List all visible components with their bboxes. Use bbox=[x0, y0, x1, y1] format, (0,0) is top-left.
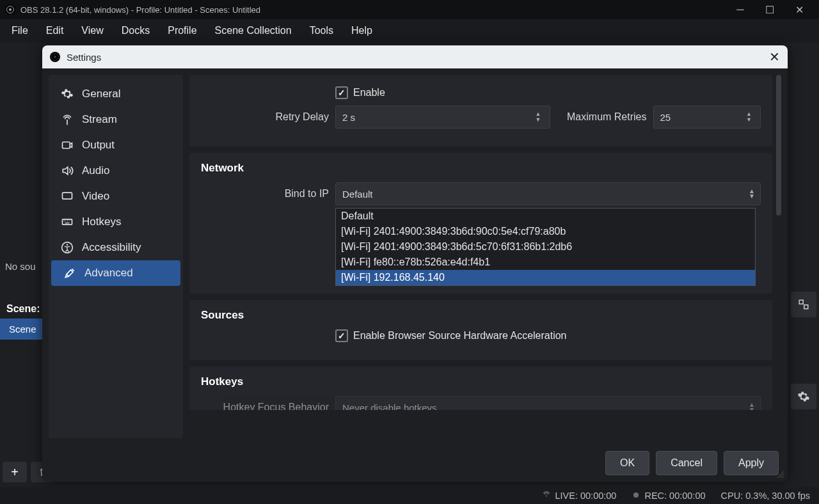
retry-delay-spinbox[interactable]: 2 s ▲▼ bbox=[335, 106, 550, 129]
output-icon bbox=[60, 139, 74, 152]
cancel-button[interactable]: Cancel bbox=[656, 451, 717, 475]
hotkey-focus-label: Hotkey Focus Behavior bbox=[201, 402, 335, 410]
settings-sidebar: General Stream Output Audio Video Hotkey… bbox=[49, 75, 183, 438]
svg-rect-6 bbox=[63, 142, 70, 148]
apply-button[interactable]: Apply bbox=[724, 451, 779, 475]
sidebar-item-general[interactable]: General bbox=[49, 81, 183, 107]
dialog-title: Settings bbox=[67, 52, 101, 63]
svg-point-10 bbox=[67, 244, 68, 246]
scenes-dock-header: Scene: bbox=[0, 301, 46, 317]
sidebar-item-advanced[interactable]: Advanced bbox=[51, 260, 180, 286]
settings-content: Enable Retry Delay 2 s ▲▼ Maximum Retrie… bbox=[189, 75, 781, 438]
spin-arrows-icon[interactable]: ▲▼ bbox=[536, 106, 546, 128]
svg-rect-8 bbox=[63, 219, 72, 224]
speaker-icon bbox=[60, 164, 74, 177]
sidebar-item-label: Advanced bbox=[84, 267, 133, 280]
dropdown-option[interactable]: Default bbox=[336, 209, 755, 224]
menu-profile[interactable]: Profile bbox=[159, 21, 205, 40]
hotkeys-panel: Hotkeys Hotkey Focus Behavior Never disa… bbox=[189, 366, 772, 410]
max-retries-spinbox[interactable]: 25 ▲▼ bbox=[653, 106, 761, 129]
checkbox-label: Enable bbox=[353, 87, 385, 98]
menu-file[interactable]: File bbox=[3, 21, 37, 40]
dropdown-option[interactable]: [Wi-Fi] 2401:4900:3849:3b6d:5c70:6f31:86… bbox=[336, 239, 755, 255]
antenna-icon bbox=[60, 113, 74, 126]
retry-delay-label: Retry Delay bbox=[201, 111, 335, 123]
hotkey-focus-combo[interactable]: Never disable hotkeys ▲▼ bbox=[335, 396, 761, 410]
sidebar-item-output[interactable]: Output bbox=[49, 132, 183, 158]
titlebar: OBS 28.1.2 (64-bit, windows) - Profile: … bbox=[0, 0, 819, 19]
ok-button[interactable]: OK bbox=[605, 451, 649, 475]
gear-icon bbox=[60, 88, 74, 100]
sidebar-item-video[interactable]: Video bbox=[49, 184, 183, 209]
menu-view[interactable]: View bbox=[72, 21, 112, 40]
sidebar-item-label: Video bbox=[82, 190, 109, 203]
max-retries-label: Maximum Retries bbox=[561, 111, 653, 123]
menu-scene-collection[interactable]: Scene Collection bbox=[206, 21, 301, 40]
dock-expand-button[interactable] bbox=[791, 292, 816, 317]
dialog-close-button[interactable]: ✕ bbox=[769, 49, 780, 65]
obs-dialog-icon bbox=[50, 52, 60, 62]
menu-edit[interactable]: Edit bbox=[37, 21, 73, 40]
retry-delay-value: 2 s bbox=[342, 112, 355, 123]
browser-hwaccel-checkbox[interactable]: Enable Browser Source Hardware Accelerat… bbox=[335, 329, 761, 342]
checkbox-icon bbox=[335, 86, 348, 99]
sidebar-item-hotkeys[interactable]: Hotkeys bbox=[49, 209, 183, 235]
vertical-scrollbar[interactable] bbox=[776, 75, 781, 438]
sidebar-item-audio[interactable]: Audio bbox=[49, 158, 183, 184]
resize-grip[interactable] bbox=[776, 470, 785, 479]
max-retries-value: 25 bbox=[660, 112, 671, 123]
svg-rect-2 bbox=[799, 300, 803, 304]
bind-to-ip-combo[interactable]: Default ▲▼ bbox=[335, 182, 761, 205]
menu-tools[interactable]: Tools bbox=[301, 21, 342, 40]
enable-reconnect-checkbox[interactable]: Enable bbox=[335, 86, 761, 99]
no-sources-text: No sou bbox=[0, 257, 41, 276]
dialog-button-bar: OK Cancel Apply bbox=[42, 445, 788, 482]
spin-arrows-icon[interactable]: ▲▼ bbox=[746, 106, 756, 128]
sources-panel-title: Sources bbox=[201, 309, 761, 322]
rec-status: REC: 00:00:00 bbox=[644, 491, 705, 501]
accessibility-icon bbox=[60, 241, 74, 254]
keyboard-icon bbox=[60, 216, 74, 228]
menu-docks[interactable]: Docks bbox=[113, 21, 159, 40]
sidebar-item-label: Audio bbox=[82, 164, 109, 177]
svg-point-5 bbox=[54, 56, 56, 58]
obs-app-icon bbox=[5, 4, 15, 15]
scene-item[interactable]: Scene bbox=[0, 319, 45, 340]
settings-dialog: Settings ✕ General Stream Output Audio bbox=[42, 45, 788, 482]
sidebar-item-label: General bbox=[82, 88, 120, 100]
chevron-updown-icon: ▲▼ bbox=[749, 402, 755, 410]
dropdown-option[interactable]: [Wi-Fi] fe80::e78b:526a:e4d:f4b1 bbox=[336, 255, 755, 270]
close-button[interactable]: ✕ bbox=[784, 0, 814, 19]
live-status: LIVE: 00:00:00 bbox=[555, 491, 617, 501]
minimize-button[interactable]: ─ bbox=[726, 0, 755, 19]
hotkey-focus-value: Never disable hotkeys bbox=[342, 402, 437, 411]
sidebar-item-label: Output bbox=[82, 139, 115, 152]
svg-rect-3 bbox=[804, 305, 808, 309]
chevron-updown-icon: ▲▼ bbox=[749, 189, 755, 199]
maximize-button[interactable]: ☐ bbox=[755, 0, 784, 19]
svg-point-1 bbox=[9, 8, 12, 11]
status-bar: LIVE: 00:00:00 REC: 00:00:00 CPU: 0.3%, … bbox=[0, 487, 819, 504]
window-title: OBS 28.1.2 (64-bit, windows) - Profile: … bbox=[20, 5, 260, 15]
menubar: File Edit View Docks Profile Scene Colle… bbox=[0, 19, 819, 42]
sidebar-item-accessibility[interactable]: Accessibility bbox=[49, 235, 183, 260]
dropdown-option[interactable]: [Wi-Fi] 2401:4900:3849:3b6d:90c0:5e4:cf7… bbox=[336, 224, 755, 239]
monitor-icon bbox=[60, 190, 74, 203]
sidebar-item-stream[interactable]: Stream bbox=[49, 107, 183, 132]
cpu-status: CPU: 0.3%, 30.00 fps bbox=[721, 491, 810, 501]
dropdown-option[interactable]: [Wi-Fi] 192.168.45.140 bbox=[336, 270, 755, 285]
broadcast-icon bbox=[541, 490, 552, 502]
sidebar-item-label: Stream bbox=[82, 113, 117, 126]
settings-gear-button[interactable] bbox=[791, 384, 816, 409]
svg-point-11 bbox=[633, 492, 639, 497]
reconnect-panel: Enable Retry Delay 2 s ▲▼ Maximum Retrie… bbox=[189, 75, 772, 146]
dialog-titlebar: Settings ✕ bbox=[42, 45, 788, 68]
add-scene-button[interactable]: + bbox=[3, 462, 27, 482]
network-panel-title: Network bbox=[201, 162, 761, 175]
menu-help[interactable]: Help bbox=[342, 21, 381, 40]
svg-rect-7 bbox=[63, 193, 72, 199]
sidebar-item-label: Hotkeys bbox=[82, 216, 121, 228]
checkbox-icon bbox=[335, 329, 348, 342]
bind-to-ip-dropdown: Default [Wi-Fi] 2401:4900:3849:3b6d:90c0… bbox=[335, 208, 756, 286]
tools-icon bbox=[63, 267, 77, 280]
